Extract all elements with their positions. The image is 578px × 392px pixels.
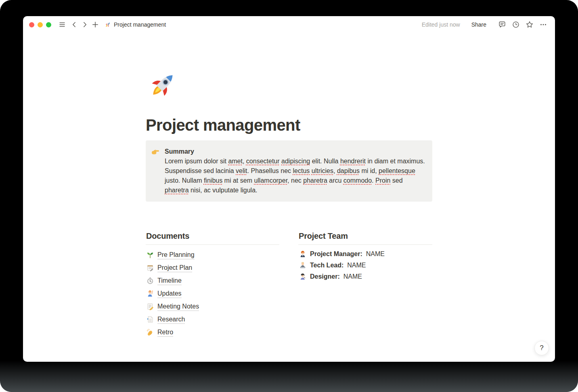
ellipsis-icon [539, 21, 547, 29]
team-member-role: Tech Lead: [310, 262, 343, 269]
man-technologist-emoji [299, 262, 306, 269]
help-button[interactable]: ? [534, 341, 549, 355]
divider [146, 244, 279, 245]
stopwatch-emoji [147, 277, 154, 284]
misspelled-word: adipiscing [281, 158, 310, 165]
misspelled-word: ullamcorper [254, 177, 287, 184]
man-artist-emoji [299, 273, 306, 280]
misspelled-word: Proin [375, 177, 390, 184]
sidebar-menu-button[interactable] [57, 19, 67, 30]
document-link-label: Updates [157, 289, 182, 298]
bookmark-tabs-emoji [147, 316, 154, 323]
document-link-project-plan[interactable]: Project Plan [146, 261, 279, 274]
more-options-button[interactable] [538, 19, 549, 30]
favorite-button[interactable] [524, 19, 535, 30]
columns: Documents Pre PlanningProject PlanTimeli… [146, 231, 432, 339]
document-link-label: Retro [157, 328, 173, 337]
minimize-window-button[interactable] [38, 22, 43, 27]
page-title[interactable]: Project management [146, 115, 432, 135]
team-member-row: Tech Lead:NAME [298, 260, 432, 271]
chevron-left-icon [71, 21, 78, 28]
forward-button[interactable] [80, 19, 90, 30]
callout-title: Summary [165, 147, 426, 156]
documents-heading: Documents [146, 231, 279, 241]
team-member-role: Designer: [310, 273, 340, 280]
page-body: Project management Summary Lorem ipsum d… [146, 33, 432, 339]
share-button[interactable]: Share [469, 20, 489, 29]
misspelled-word: amet [228, 158, 243, 165]
document-link-label: Timeline [157, 276, 182, 285]
breadcrumb[interactable]: Project management [105, 21, 166, 28]
back-button[interactable] [69, 19, 80, 30]
team-heading: Project Team [299, 231, 432, 241]
team-member-row: Designer:NAME [298, 271, 432, 282]
clock-icon [512, 21, 520, 29]
rocket-emoji [105, 21, 111, 28]
plus-icon [92, 21, 99, 28]
woman-office-worker-emoji [299, 250, 306, 258]
app-window: Project management Edited just now Share [23, 16, 555, 362]
document-link-label: Pre Planning [157, 250, 195, 259]
chevron-right-icon [81, 21, 88, 28]
misspelled-word: commodo [343, 177, 372, 184]
summary-callout[interactable]: Summary Lorem ipsum dolor sit amet, cons… [146, 140, 432, 202]
traffic-lights [29, 22, 51, 27]
help-button-label: ? [540, 344, 543, 352]
document-link-pre-planning[interactable]: Pre Planning [146, 248, 279, 261]
callout-paragraph: Lorem ipsum dolor sit amet, consectetur … [165, 156, 426, 195]
close-window-button[interactable] [29, 22, 34, 27]
document-link-retro[interactable]: Retro [146, 326, 279, 339]
document-link-label: Meeting Notes [157, 302, 199, 311]
team-member-role: Project Manager: [310, 250, 362, 258]
team-member-name: NAME [343, 273, 362, 280]
misspelled-word: pharetra [165, 187, 189, 194]
team-member-row: Project Manager:NAME [298, 248, 432, 260]
team-column: Project Team Project Manager:NAMETech Le… [298, 231, 432, 339]
zoom-window-button[interactable] [46, 22, 51, 27]
spiral-notepad-emoji [147, 264, 154, 271]
team-list: Project Manager:NAMETech Lead:NAMEDesign… [298, 248, 432, 282]
documents-column: Documents Pre PlanningProject PlanTimeli… [146, 231, 279, 339]
new-page-button[interactable] [90, 19, 101, 30]
desktop-background: Project management Edited just now Share [0, 0, 578, 392]
document-link-research[interactable]: Research [146, 313, 279, 326]
edited-status: Edited just now [422, 21, 460, 28]
documents-list: Pre PlanningProject PlanTimelineUpdatesM… [146, 248, 279, 339]
hamburger-icon [59, 21, 66, 28]
toolbar: Project management Edited just now Share [23, 16, 555, 33]
woman-raising-hand-emoji [147, 290, 154, 297]
misspelled-word: pellentesque [379, 167, 415, 174]
misspelled-word: consectetur [246, 158, 280, 165]
misspelled-word: dapibus [337, 167, 360, 174]
team-member-name: NAME [347, 262, 366, 269]
misspelled-word: lectus [293, 167, 310, 174]
comment-icon [498, 21, 506, 29]
misspelled-word: finibus [204, 177, 222, 184]
misspelled-word: pharetra [303, 177, 327, 184]
star-icon [526, 21, 534, 29]
document-link-label: Research [157, 315, 185, 324]
history-button[interactable] [511, 19, 521, 30]
comments-button[interactable] [497, 19, 507, 30]
memo-emoji [147, 303, 154, 310]
clapping-hands-emoji [147, 329, 154, 336]
divider [298, 244, 432, 245]
document-link-timeline[interactable]: Timeline [146, 274, 279, 287]
breadcrumb-title: Project management [114, 21, 166, 28]
document-link-updates[interactable]: Updates [146, 287, 279, 300]
seedling-emoji [147, 251, 154, 259]
misspelled-word: velit [236, 167, 247, 174]
page-scroll-area[interactable]: Project management Summary Lorem ipsum d… [23, 33, 555, 362]
document-link-meeting-notes[interactable]: Meeting Notes [146, 300, 279, 313]
misspelled-word: ultricies [312, 167, 333, 174]
team-member-name: NAME [366, 250, 385, 258]
document-link-label: Project Plan [157, 263, 192, 272]
point-right-emoji [151, 147, 161, 157]
misspelled-word: hendrerit [340, 158, 366, 165]
rocket-emoji[interactable] [146, 69, 178, 101]
